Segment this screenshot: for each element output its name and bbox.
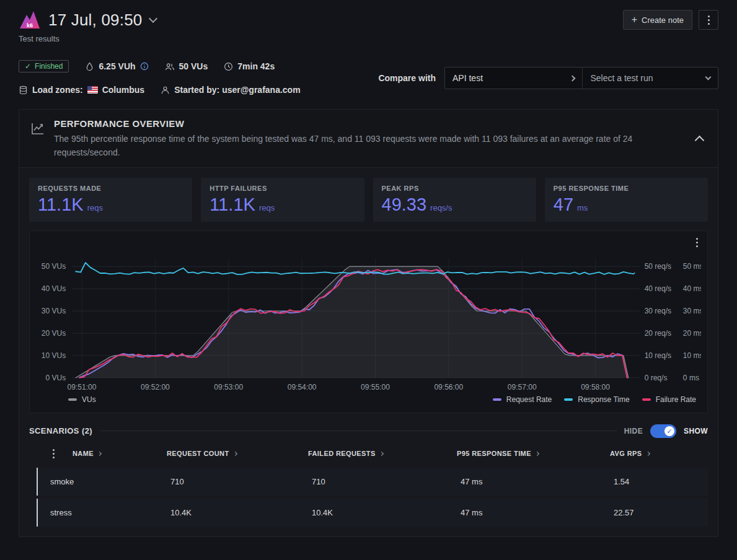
svg-text:09:56:00: 09:56:00: [434, 383, 463, 392]
chevron-right-icon: [570, 75, 576, 81]
sort-chevron-icon: [379, 452, 384, 456]
column-header-avg-rps[interactable]: AVG RPS: [610, 450, 708, 457]
request-rate-swatch-icon: [493, 398, 501, 401]
page-title: 17 Jul, 09:50: [48, 11, 143, 30]
svg-text:k6: k6: [27, 22, 33, 28]
info-icon[interactable]: [140, 62, 149, 71]
status-badge: ✓ Finished: [19, 60, 69, 72]
panel-title: PERFORMANCE OVERVIEW: [54, 118, 674, 129]
column-header-p95-response-time[interactable]: P95 RESPONSE TIME: [457, 450, 610, 457]
svg-text:20 req/s: 20 req/s: [645, 329, 671, 338]
failed-requests-value: 10.4K: [312, 508, 461, 517]
avg-rps-value: 22.57: [614, 508, 708, 517]
performance-overview-text: PERFORMANCE OVERVIEW The 95th percentile…: [54, 118, 674, 159]
us-flag-icon: [87, 86, 98, 94]
check-icon: ✓: [25, 62, 31, 71]
svg-text:20 VUs: 20 VUs: [42, 329, 66, 338]
compare-test-select[interactable]: API test: [445, 68, 583, 89]
page-menu-button[interactable]: [699, 10, 718, 30]
svg-text:09:55:00: 09:55:00: [361, 383, 390, 392]
chart-menu-icon[interactable]: [694, 236, 700, 249]
run-summary: ✓ Finished 6.25 VUh 50 VUs 7min 42s: [19, 58, 718, 98]
svg-text:09:52:00: 09:52:00: [141, 383, 170, 392]
users-icon: [165, 62, 175, 71]
scenarios-visibility-toggle[interactable]: ✓: [650, 424, 676, 438]
database-icon: [19, 85, 28, 95]
svg-text:09:51:00: 09:51:00: [68, 383, 97, 392]
column-header-name[interactable]: NAME: [73, 450, 167, 457]
kebab-menu-icon: [708, 15, 710, 25]
overview-chart-card: 0 VUs0 req/s0 ms10 VUs10 req/s10 ms20 VU…: [29, 230, 708, 413]
collapse-panel-chevron-icon[interactable]: [695, 135, 705, 145]
svg-text:0 VUs: 0 VUs: [45, 374, 66, 382]
create-note-button[interactable]: + Create note: [623, 10, 692, 30]
response-time-swatch-icon: [564, 398, 573, 401]
show-label: SHOW: [684, 427, 708, 435]
vus-swatch-icon: [68, 398, 77, 401]
stat-requests-made: REQUESTS MADE 11.1Kreqs: [29, 178, 192, 221]
svg-text:09:57:00: 09:57:00: [508, 383, 537, 392]
column-header-request-count[interactable]: REQUEST COUNT: [167, 450, 308, 457]
request-count-value: 710: [170, 477, 312, 486]
stats-row: REQUESTS MADE 11.1Kreqs HTTP FAILURES 11…: [19, 168, 718, 221]
k6-logo-icon: k6: [19, 10, 41, 30]
svg-text:09:54:00: 09:54:00: [288, 383, 317, 392]
legend-failure-rate[interactable]: Failure Rate: [642, 395, 696, 404]
k6-test-results-page: k6 17 Jul, 09:50 Test results + Create n…: [0, 0, 737, 560]
compare-run-select[interactable]: Select a test run: [583, 68, 718, 89]
started-by: Started by: user@grafana.com: [161, 85, 301, 95]
table-row-stress[interactable]: stress 10.4K 10.4K 47 ms 22.57: [37, 499, 708, 527]
performance-overview-panel: PERFORMANCE OVERVIEW The 95th percentile…: [19, 109, 718, 537]
svg-text:09:53:00: 09:53:00: [214, 383, 243, 392]
svg-text:0 req/s: 0 req/s: [645, 374, 668, 382]
legend-vus[interactable]: VUs: [68, 395, 96, 404]
scenarios-header: SCENARIOS (2) HIDE ✓ SHOW: [29, 424, 708, 438]
svg-text:10 req/s: 10 req/s: [645, 351, 671, 360]
svg-text:30 req/s: 30 req/s: [645, 307, 671, 315]
top-bar: k6 17 Jul, 09:50 Test results + Create n…: [19, 10, 718, 43]
toggle-knob-check-icon: ✓: [664, 426, 674, 436]
scenario-name: stress: [50, 508, 170, 517]
scenarios-title: SCENARIOS (2): [29, 426, 92, 435]
compare-with-control: Compare with API test Select a test run: [378, 67, 718, 89]
scenarios-table: NAME REQUEST COUNT FAILED REQUESTS P95 R…: [29, 447, 708, 527]
svg-text:09:58:00: 09:58:00: [581, 383, 610, 392]
legend-response-time[interactable]: Response Time: [564, 395, 629, 404]
plus-icon: +: [632, 15, 637, 25]
svg-text:50 ms: 50 ms: [683, 262, 701, 271]
scenarios-table-header: NAME REQUEST COUNT FAILED REQUESTS P95 R…: [29, 447, 708, 465]
page-subtitle: Test results: [19, 34, 156, 43]
svg-text:30 VUs: 30 VUs: [42, 307, 66, 315]
svg-text:50 req/s: 50 req/s: [645, 262, 671, 271]
failure-rate-swatch-icon: [642, 398, 651, 401]
title-block: k6 17 Jul, 09:50 Test results: [19, 10, 156, 43]
svg-text:40 req/s: 40 req/s: [645, 284, 671, 293]
performance-chart[interactable]: 0 VUs0 req/s0 ms10 VUs10 req/s10 ms20 VU…: [36, 243, 701, 394]
sort-chevron-icon: [233, 452, 237, 456]
p95-value: 47 ms: [461, 477, 614, 486]
chart-line-icon: [30, 121, 45, 136]
svg-text:20 ms: 20 ms: [683, 329, 701, 338]
title-dropdown-chevron-icon[interactable]: [148, 14, 157, 23]
compare-with-label: Compare with: [378, 73, 436, 83]
user-icon: [161, 85, 170, 95]
chevron-down-icon: [705, 74, 712, 80]
svg-text:40 VUs: 40 VUs: [42, 284, 66, 293]
chart-legend: VUs Request Rate Response Time Failure R…: [36, 394, 701, 408]
divider: [100, 431, 617, 431]
table-row-smoke[interactable]: smoke 710 710 47 ms 1.54: [37, 468, 708, 496]
stat-p95-response-time: P95 RESPONSE TIME 47ms: [545, 178, 708, 221]
column-header-failed-requests[interactable]: FAILED REQUESTS: [308, 450, 457, 457]
failed-requests-value: 710: [312, 477, 461, 486]
avg-rps-value: 1.54: [614, 477, 708, 486]
hide-label: HIDE: [624, 427, 643, 435]
p95-value: 47 ms: [461, 508, 614, 517]
svg-text:10 ms: 10 ms: [683, 351, 701, 360]
sort-chevron-icon: [535, 452, 539, 456]
panel-description: The 95th percentile response time of the…: [54, 133, 674, 159]
svg-text:40 ms: 40 ms: [683, 284, 701, 293]
legend-request-rate[interactable]: Request Rate: [493, 395, 552, 404]
table-settings-kebab-icon[interactable]: [53, 449, 73, 458]
request-count-value: 10.4K: [170, 508, 312, 517]
svg-text:50 VUs: 50 VUs: [42, 262, 66, 271]
